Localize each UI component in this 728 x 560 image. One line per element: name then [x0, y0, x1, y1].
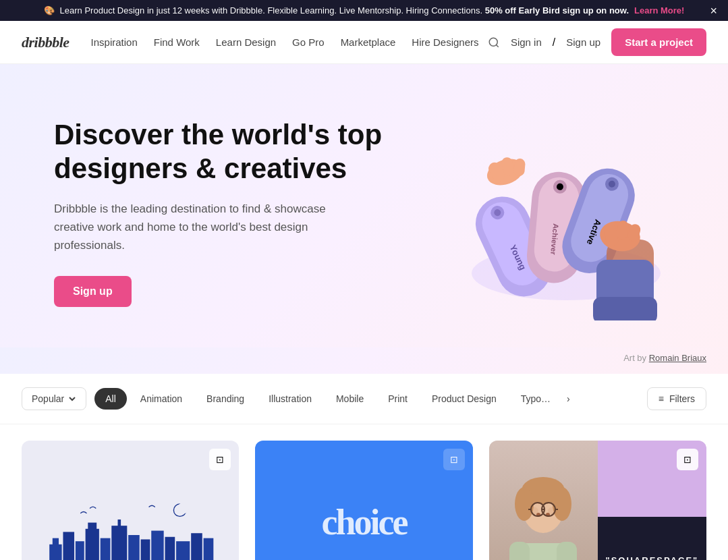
search-button[interactable]: [488, 36, 500, 49]
more-tags-arrow[interactable]: ›: [564, 388, 573, 410]
filter-tag-typography[interactable]: Typo…: [510, 388, 561, 410]
hero-title: Discover the world's top designers & cre…: [54, 118, 405, 186]
main-nav: dribbble Inspiration Find Work Learn Des…: [0, 21, 728, 64]
svg-point-57: [515, 487, 534, 521]
svg-rect-40: [165, 536, 175, 560]
chevron-down-icon: [68, 395, 76, 403]
filter-tag-mobile[interactable]: Mobile: [325, 388, 374, 410]
portfolio-card-2[interactable]: ⊡ choice: [255, 441, 472, 560]
nav-marketplace[interactable]: Marketplace: [341, 36, 396, 48]
svg-rect-37: [128, 535, 140, 560]
hero-section: Discover the world's top designers & cre…: [0, 64, 728, 347]
portfolio-card-3[interactable]: ⊡: [489, 441, 706, 560]
hero-svg-illustration: Young Achiever Active: [418, 105, 674, 320]
filter-tag-print[interactable]: Print: [377, 388, 418, 410]
nav-go-pro[interactable]: Go Pro: [292, 36, 325, 48]
svg-point-46: [177, 503, 189, 514]
svg-rect-30: [63, 532, 75, 560]
svg-rect-35: [112, 526, 128, 560]
nav-links: Inspiration Find Work Learn Design Go Pr…: [91, 36, 488, 49]
svg-rect-36: [118, 520, 121, 527]
banner-emoji: 🎨: [44, 5, 55, 16]
svg-rect-32: [86, 528, 99, 560]
nav-inspiration[interactable]: Inspiration: [91, 36, 138, 48]
art-credit-link[interactable]: Romain Briaux: [649, 353, 706, 363]
search-icon: [488, 36, 500, 49]
card-3-right-bottom: "SQUARESPACE": [598, 517, 706, 560]
card-1-type-icon: ⊡: [209, 449, 231, 470]
banner-text: Learn Product Design in just 12 weeks wi…: [60, 5, 629, 16]
svg-rect-27: [593, 297, 657, 320]
start-project-button[interactable]: Start a project: [611, 28, 706, 56]
card-2-type-icon: ⊡: [443, 449, 465, 470]
svg-rect-39: [151, 530, 163, 560]
logo-text: dribbble: [22, 34, 69, 51]
nav-find-work[interactable]: Find Work: [154, 36, 200, 48]
nav-right: Sign in / Sign up Start a project: [488, 28, 706, 56]
svg-rect-51: [557, 542, 577, 560]
svg-rect-33: [88, 522, 97, 530]
sign-up-link[interactable]: Sign up: [566, 36, 600, 48]
art-credit: Art by Romain Briaux: [0, 347, 728, 374]
portfolio-card-1[interactable]: ⊡: [22, 441, 239, 560]
svg-rect-31: [76, 541, 84, 560]
filter-tag-animation[interactable]: Animation: [130, 388, 193, 410]
filter-tags: All Animation Branding Illustration Mobi…: [94, 388, 638, 410]
filter-tag-product-design[interactable]: Product Design: [421, 388, 507, 410]
svg-rect-28: [49, 544, 61, 560]
filters-label: Filters: [669, 393, 695, 404]
banner-highlight: 50% off Early Bird sign up on now.: [485, 5, 629, 16]
hero-text: Discover the world's top designers & cre…: [54, 118, 405, 307]
squarespace-label: "SQUARESPACE": [606, 555, 699, 560]
auth-divider: /: [553, 36, 555, 49]
filter-tag-all[interactable]: All: [94, 388, 127, 410]
logo[interactable]: dribbble: [22, 34, 69, 51]
portfolio-grid: ⊡: [0, 424, 728, 560]
sign-in-link[interactable]: Sign in: [511, 36, 542, 48]
banner-close-button[interactable]: ×: [710, 5, 717, 17]
filters-icon: ≡: [659, 393, 664, 404]
svg-rect-29: [53, 538, 59, 545]
svg-rect-50: [509, 542, 530, 560]
svg-rect-38: [141, 539, 150, 560]
popular-label: Popular: [32, 393, 64, 404]
hero-signup-button[interactable]: Sign up: [54, 276, 132, 307]
filters-button[interactable]: ≡ Filters: [647, 387, 706, 410]
svg-rect-41: [176, 541, 190, 560]
card-2-content: choice: [255, 441, 472, 560]
filter-bar: Popular All Animation Branding Illustrat…: [0, 374, 728, 424]
popular-dropdown[interactable]: Popular: [22, 387, 86, 410]
filter-tag-branding[interactable]: Branding: [196, 388, 255, 410]
card-3-photo: [489, 441, 598, 560]
person-svg: [496, 469, 590, 560]
hero-subtitle: Dribbble is the leading destination to f…: [54, 200, 337, 255]
card-1-content: [22, 441, 239, 560]
svg-rect-34: [101, 538, 111, 560]
nav-hire-designers[interactable]: Hire Designers: [412, 36, 478, 48]
svg-rect-43: [204, 538, 214, 560]
nav-learn-design[interactable]: Learn Design: [216, 36, 276, 48]
filter-tag-illustration[interactable]: Illustration: [258, 388, 323, 410]
svg-point-58: [553, 487, 571, 521]
svg-point-0: [489, 38, 497, 46]
hero-illustration: Young Achiever Active: [418, 105, 674, 320]
svg-rect-42: [191, 533, 202, 560]
top-banner: 🎨 Learn Product Design in just 12 weeks …: [0, 0, 728, 21]
card-3-type-icon: ⊡: [677, 449, 698, 470]
city-skyline-svg: [43, 486, 217, 560]
card-3-content: "SQUARESPACE": [489, 441, 706, 560]
banner-learn-more[interactable]: Learn More!: [634, 5, 684, 16]
choice-logo-text: choice: [322, 501, 407, 543]
